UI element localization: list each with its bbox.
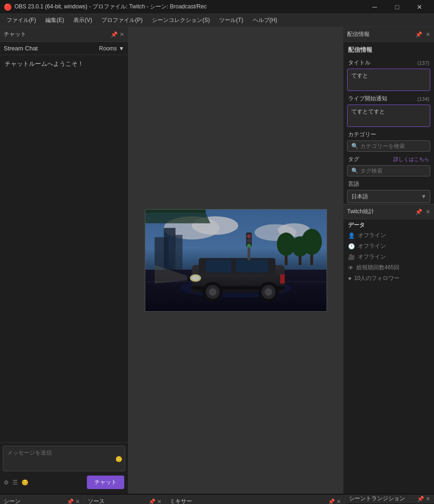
rooms-chevron-icon: ▼ [119, 45, 124, 52]
stat-row-1: 🕐 オフライン [343, 241, 434, 252]
person-icon: 👤 [348, 232, 355, 239]
main-area: チャット 📌 ✕ Stream Chat Rooms ▼ チャットルームへようこ… [0, 27, 434, 494]
source-close-icon[interactable]: ✕ [157, 498, 162, 504]
source-panel: ソース 📌 ✕ StreamLabs(YT) 👁 🔒 Chat 👁 🔒 [84, 495, 166, 504]
chat-tool-icons: ⚙ ☰ 😊 [4, 479, 28, 486]
mixer-pin-icon[interactable]: 📌 [328, 498, 335, 504]
source-pin-icon[interactable]: 📌 [149, 498, 156, 504]
title-char-count: (137) [417, 60, 429, 66]
source-panel-header: ソース 📌 ✕ [84, 495, 165, 504]
emoji-button[interactable]: 🙂 [115, 456, 122, 462]
transition-panel: シーントランジション 📌 ✕ フェード カット スワイプ ▼ + − 期間 [345, 495, 434, 504]
data-label: データ [343, 219, 434, 230]
window-title: OBS 23.0.1 (64-bit, windows) - プロファイル: T… [14, 3, 364, 11]
menu-edit[interactable]: 編集(E) [41, 14, 69, 26]
close-button[interactable]: ✕ [409, 0, 430, 14]
scene-panel-header: シーン 📌 ✕ [0, 495, 84, 504]
title-label-row: タイトル (137) [343, 56, 434, 68]
svg-rect-39 [145, 210, 327, 312]
transition-panel-header: シーントランジション 📌 ✕ [345, 495, 434, 503]
stat-row-4: ♥ 10人のフォロワー [343, 273, 434, 284]
stat-row-0: 👤 オフライン [343, 230, 434, 241]
preview-area[interactable] [128, 27, 343, 494]
info-pin-icon[interactable]: 📌 [415, 31, 422, 38]
category-label-row: カテゴリー [343, 128, 434, 140]
info-close-icon[interactable]: ✕ [426, 31, 430, 38]
stats-pin-icon[interactable]: 📌 [415, 209, 422, 215]
notification-input[interactable]: てすとてすと [347, 105, 430, 127]
chat-pin-icon[interactable]: 📌 [111, 31, 118, 38]
title-input[interactable]: てすと [347, 69, 430, 91]
title-label: タイトル [348, 59, 370, 67]
chat-content: チャットルームへようこそ！ [0, 55, 128, 442]
stat-text-0: オフライン [358, 231, 386, 239]
scene-pin-icon[interactable]: 📌 [67, 498, 74, 504]
chat-input-area: 🙂 ⚙ ☰ 😊 チャット [0, 442, 128, 494]
mixer-panel-title: ミキサー [170, 497, 192, 504]
chat-settings-icon[interactable]: ⚙ [4, 479, 9, 486]
chat-send-button[interactable]: チャット [87, 476, 124, 489]
chat-bottom-bar: ⚙ ☰ 😊 チャット [3, 476, 125, 491]
info-section-title: 配信情報 [343, 42, 434, 56]
tag-search-input[interactable] [360, 168, 426, 174]
scene-panel: シーン 📌 ✕ Game Game(NowPlaying) Game(PiniP… [0, 495, 84, 504]
stats-panel-header: Twitch統計 📌 ✕ [343, 204, 434, 219]
heart-icon: ♥ [348, 275, 351, 282]
transition-close-icon[interactable]: ✕ [426, 496, 430, 502]
chat-panel: チャット 📌 ✕ Stream Chat Rooms ▼ チャットルームへようこ… [0, 27, 128, 494]
tag-search-wrapper[interactable]: 🔍 [347, 165, 430, 176]
scene-close-icon[interactable]: ✕ [75, 498, 80, 504]
chat-list-icon[interactable]: ☰ [13, 479, 18, 486]
menu-scene-collection[interactable]: シーンコレクション(S) [147, 14, 214, 26]
camera-icon: 🎥 [348, 254, 355, 260]
chat-header: チャット 📌 ✕ [0, 27, 128, 42]
language-select[interactable]: 日本語 English [347, 190, 430, 203]
notification-label: ライブ開始通知 [348, 95, 387, 103]
tag-label-row: タグ 詳しくはこちら [343, 153, 434, 164]
menu-file[interactable]: ファイル(F) [2, 14, 41, 26]
bottom-section: シーン 📌 ✕ Game Game(NowPlaying) Game(PiniP… [0, 494, 434, 504]
preview-image [145, 209, 327, 312]
menu-help[interactable]: ヘルプ(H) [248, 14, 282, 26]
stat-row-3: 👁 総視聴回数465回 [343, 262, 434, 273]
stat-text-3: 総視聴回数465回 [356, 264, 399, 272]
mixer-close-icon[interactable]: ✕ [336, 498, 341, 504]
minimize-button[interactable]: ─ [364, 0, 385, 14]
source-header-controls: 📌 ✕ [149, 498, 162, 504]
transition-header-controls: 📌 ✕ [417, 496, 430, 502]
transition-pin-icon[interactable]: 📌 [417, 496, 424, 502]
mixer-panel: ミキサー 📌 ✕ AR6(DT2) −7.8 dB [166, 495, 345, 504]
language-label-row: 言語 [343, 177, 434, 189]
stat-text-1: オフライン [358, 242, 386, 250]
stat-row-2: 🎥 オフライン [343, 252, 434, 262]
tag-detail-link[interactable]: 詳しくはこちら [393, 156, 429, 163]
stats-close-icon[interactable]: ✕ [426, 209, 430, 215]
info-panel-header: 配信情報 📌 ✕ [343, 27, 434, 42]
chat-input-wrapper: 🙂 [3, 446, 125, 473]
title-bar: 🔴 OBS 23.0.1 (64-bit, windows) - プロファイル:… [0, 0, 434, 14]
eye-icon: 👁 [348, 265, 354, 271]
language-label: 言語 [348, 180, 359, 188]
category-search-wrapper[interactable]: 🔍 [347, 140, 430, 152]
category-search-input[interactable] [360, 143, 426, 149]
info-header-controls: 📌 ✕ [415, 31, 430, 38]
source-panel-title: ソース [88, 497, 105, 504]
notification-char-count: (134) [417, 96, 429, 102]
category-label: カテゴリー [348, 131, 376, 139]
stream-chat-tab[interactable]: Stream Chat [4, 45, 38, 52]
scene-header-controls: 📌 ✕ [67, 498, 80, 504]
chat-panel-title: チャット [4, 30, 26, 38]
chat-input[interactable] [3, 446, 125, 471]
search-icon: 🔍 [351, 143, 358, 149]
menu-profile[interactable]: プロファイル(P) [97, 14, 147, 26]
menu-tools[interactable]: ツール(T) [214, 14, 248, 26]
tag-search-icon: 🔍 [351, 168, 358, 174]
menu-view[interactable]: 表示(V) [69, 14, 97, 26]
chat-smiley-icon[interactable]: 😊 [21, 479, 28, 486]
chat-close-icon[interactable]: ✕ [120, 31, 124, 38]
maximize-button[interactable]: □ [386, 0, 408, 14]
info-panel: 配信情報 📌 ✕ 配信情報 タイトル (137) てすと ライブ開始通知 (13… [343, 27, 434, 494]
tag-label: タグ [348, 155, 359, 163]
rooms-button[interactable]: Rooms ▼ [99, 45, 124, 52]
preview-svg [145, 209, 327, 312]
